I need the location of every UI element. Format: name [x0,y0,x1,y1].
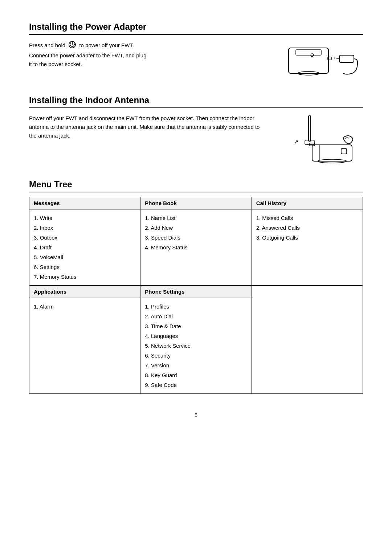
page-number-value: 5 [195,412,197,418]
messages-item-7: 7. Memory Status [34,272,136,282]
power-adapter-line1: Press and hold to power off your FWT. [29,41,269,51]
svg-rect-16 [341,148,347,154]
press-hold-label: Press and hold [29,42,65,48]
power-adapter-svg: ← [285,41,361,81]
phone-settings-item-2: 2. Auto Dial [145,311,247,321]
call-history-header: Call History [252,197,363,209]
svg-text:↗: ↗ [294,139,298,145]
empty-cell [252,286,363,394]
phone-book-item-3: 3. Speed Dials [145,233,247,242]
svg-rect-10 [309,116,311,141]
indoor-antenna-section: Installing the Indoor Antenna Power off … [29,95,363,165]
phone-settings-item-4: 4. Languages [145,331,247,341]
svg-rect-13 [312,145,352,161]
phone-book-item-1: 1. Name List [145,213,247,223]
indoor-antenna-content: Power off your FWT and disconnect the FW… [29,114,363,165]
phone-settings-item-3: 3. Time & Date [145,321,247,331]
applications-header: Applications [29,286,140,298]
power-adapter-line3: it to the power socket. [29,60,269,69]
phone-settings-item-6: 6. Security [145,351,247,360]
messages-column: Messages 1. Write 2. Inbox 3. Outbox 4. … [29,197,140,286]
phone-book-body: 1. Name List 2. Add New 3. Speed Dials 4… [140,209,251,256]
page-number: 5 [29,412,363,418]
phone-settings-item-9: 9. Safe Code [145,380,247,390]
svg-text:←: ← [333,55,338,61]
indoor-antenna-paragraph: Power off your FWT and disconnect the FW… [29,114,269,140]
call-history-item-2: 2. Answered Calls [256,223,358,233]
phone-settings-body: 1. Profiles 2. Auto Dial 3. Time & Date … [140,298,251,393]
messages-item-6: 6. Settings [34,262,136,272]
power-adapter-text: Press and hold to power off your FWT. Co… [29,41,269,69]
messages-item-2: 2. Inbox [34,223,136,233]
indoor-antenna-text: Power off your FWT and disconnect the FW… [29,114,269,140]
messages-item-5: 5. VoiceMail [34,252,136,262]
power-off-label: to power off your FWT. [79,42,134,48]
svg-rect-6 [339,55,354,62]
power-button-icon [68,41,76,51]
indoor-antenna-image: ↗ [283,114,363,165]
phone-settings-header: Phone Settings [140,286,251,298]
messages-body: 1. Write 2. Inbox 3. Outbox 4. Draft 5. … [29,209,140,285]
messages-item-1: 1. Write [34,213,136,223]
power-adapter-content: Press and hold to power off your FWT. Co… [29,41,363,81]
call-history-body: 1. Missed Calls 2. Answered Calls 3. Out… [252,209,363,246]
power-adapter-image: ← [283,41,363,81]
phone-book-column: Phone Book 1. Name List 2. Add New 3. Sp… [140,197,252,286]
phone-book-header: Phone Book [140,197,251,209]
phone-book-item-2: 2. Add New [145,223,247,233]
menu-table-row-1: Messages 1. Write 2. Inbox 3. Outbox 4. … [29,197,363,286]
phone-settings-column: Phone Settings 1. Profiles 2. Auto Dial … [140,286,252,394]
power-adapter-line2: Connect the power adapter to the FWT, an… [29,51,269,60]
messages-item-4: 4. Draft [34,242,136,252]
messages-header: Messages [29,197,140,209]
empty-body [252,286,363,303]
phone-settings-item-1: 1. Profiles [145,302,247,311]
svg-rect-2 [289,48,328,73]
menu-table: Messages 1. Write 2. Inbox 3. Outbox 4. … [29,197,363,394]
svg-rect-3 [296,50,321,55]
phone-settings-item-8: 8. Key Guard [145,370,247,380]
phone-book-item-4: 4. Memory Status [145,242,247,252]
menu-tree-section: Menu Tree Messages 1. Write 2. Inbox 3. … [29,179,363,394]
applications-item-1: 1. Alarm [34,302,136,311]
menu-table-row-2: Applications 1. Alarm Phone Settings 1. … [29,286,363,394]
indoor-antenna-svg: ↗ [287,114,359,165]
phone-settings-item-7: 7. Version [145,360,247,370]
call-history-column: Call History 1. Missed Calls 2. Answered… [252,197,363,286]
phone-settings-item-5: 5. Network Service [145,341,247,351]
messages-item-3: 3. Outbox [34,233,136,242]
call-history-item-3: 3. Outgoing Calls [256,233,358,242]
applications-body: 1. Alarm [29,298,140,315]
menu-tree-title: Menu Tree [29,179,363,192]
call-history-item-1: 1. Missed Calls [256,213,358,223]
applications-column: Applications 1. Alarm [29,286,140,394]
indoor-antenna-title: Installing the Indoor Antenna [29,95,363,108]
power-adapter-title: Installing the Power Adapter [29,22,363,35]
power-adapter-section: Installing the Power Adapter Press and h… [29,22,363,81]
